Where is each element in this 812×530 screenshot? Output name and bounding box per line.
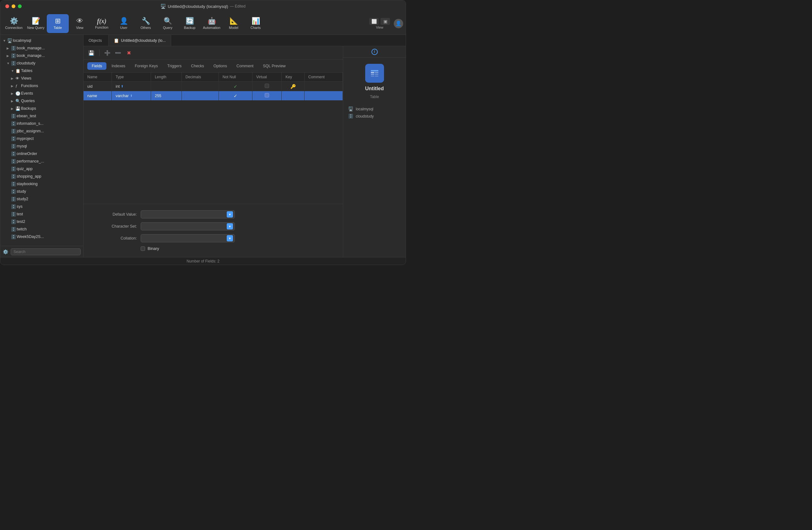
views-icon: 👁	[15, 76, 21, 81]
type-up-arrow[interactable]: ⬆	[121, 85, 124, 88]
database-icon: 🗄️	[11, 197, 17, 201]
field-virtual[interactable]	[252, 82, 282, 91]
table-row[interactable]: uid int ⬆	[84, 82, 343, 91]
save-button[interactable]: 💾	[87, 49, 96, 57]
arrow-icon: ▶	[6, 54, 11, 57]
toolbar-item-table[interactable]: ⊞ Table	[47, 14, 69, 33]
sidebar-item-myproject[interactable]: 🗄️ myproject	[0, 135, 83, 142]
sidebar-item-performance[interactable]: 🗄️ performance_...	[0, 157, 83, 165]
field-key: 🔑	[282, 82, 304, 91]
arrow-icon: ▶	[6, 46, 11, 50]
sidebar-item-onlineorder[interactable]: 🗄️ onlineOrder	[0, 150, 83, 157]
tab-editor[interactable]: 📋 Untitled@cloudstudy (lo...	[108, 35, 171, 46]
sidebar-item-jdbc-assignm[interactable]: 🗄️ jdbc_assignm...	[0, 127, 83, 135]
tab-comment[interactable]: Comment	[232, 62, 258, 70]
add-field-button[interactable]: ➕	[103, 49, 112, 57]
collation-select[interactable]	[141, 234, 235, 242]
close-button[interactable]	[5, 4, 9, 8]
character-set-row: Character Set: ▼	[96, 222, 330, 231]
statusbar: Number of Fields: 2	[0, 257, 406, 265]
field-virtual[interactable]	[252, 91, 282, 101]
field-not-null[interactable]: ✓	[219, 82, 252, 91]
sidebar-item-book-manage-2[interactable]: ▶ 🗄️ book_manage...	[0, 52, 83, 59]
user-label: User	[120, 26, 127, 30]
key-icon: 🔑	[290, 84, 296, 89]
col-length: Length	[151, 73, 182, 82]
sidebar-tree: ▼ 🖥️ localmysql ▶ 🗄️ book_manage... ▶ 🗄️…	[0, 35, 83, 246]
sidebar-item-tables[interactable]: ▼ 📋 Tables	[0, 67, 83, 74]
sidebar-item-functions[interactable]: ▶ ƒ Functions	[0, 82, 83, 89]
arrow-icon: ▶	[11, 107, 15, 110]
sidebar-item-staybooking[interactable]: 🗄️ staybooking	[0, 180, 83, 188]
type-up-arrow[interactable]: ⬆	[130, 94, 132, 97]
tab-triggers[interactable]: Triggers	[163, 62, 186, 70]
table-row[interactable]: name varchar ⬆ 255	[84, 91, 343, 101]
db-label: mysql	[17, 144, 27, 148]
field-not-null[interactable]: ✓	[219, 91, 252, 101]
toolbar-item-automation[interactable]: 🤖 Automation	[201, 14, 223, 33]
tab-sql-preview[interactable]: SQL Preview	[258, 62, 290, 70]
panel-toggle-btn[interactable]: ▣	[380, 18, 390, 25]
tab-indexes[interactable]: Indexes	[107, 62, 130, 70]
toolbar-item-others[interactable]: 🔧 Others	[135, 14, 157, 33]
sidebar-item-week5day2s[interactable]: 🗄️ Week5Day2S...	[0, 233, 83, 240]
toolbar-item-function[interactable]: f(x) Function	[91, 14, 113, 33]
tab-foreign-keys[interactable]: Foreign Keys	[130, 62, 162, 70]
sidebar-item-sys[interactable]: 🗄️ sys	[0, 203, 83, 210]
tab-options[interactable]: Options	[209, 62, 231, 70]
toolbar-item-query[interactable]: 🔍 Query	[157, 14, 179, 33]
new-query-icon: 📝	[32, 18, 40, 25]
sidebar-item-backups[interactable]: ▶ 💾 Backups	[0, 105, 83, 112]
collation-row: Collation: ▼	[96, 234, 330, 242]
default-value-wrapper: ▼	[141, 210, 235, 219]
db-label: test	[17, 212, 23, 216]
sidebar-item-quiz-app[interactable]: 🗄️ quiz_app	[0, 165, 83, 172]
sidebar-toggle-btn[interactable]: ⬜	[369, 18, 379, 25]
toolbar-item-user[interactable]: 👤 User	[113, 14, 135, 33]
tab-checks[interactable]: Checks	[187, 62, 208, 70]
sidebar-item-views[interactable]: ▶ 👁 Views	[0, 74, 83, 82]
toolbar-item-connection[interactable]: ⚙️ Connection	[3, 14, 25, 33]
sidebar-item-queries[interactable]: ▶ 🔍 Queries	[0, 97, 83, 105]
binary-checkbox[interactable]	[141, 247, 145, 251]
sidebar-item-cloudstudy[interactable]: ▼ 🗄️ cloudstudy	[0, 59, 83, 67]
sidebar-item-shopping-app[interactable]: 🗄️ shopping_app	[0, 172, 83, 180]
toolbar-item-view[interactable]: 👁 View	[69, 14, 91, 33]
tab-objects[interactable]: Objects	[84, 35, 108, 46]
sidebar-item-mysql[interactable]: 🗄️ mysql	[0, 142, 83, 150]
db-label: study2	[17, 197, 28, 201]
toolbar-item-new-query[interactable]: 📝 New Query	[25, 14, 47, 33]
database-icon: 🗄️	[11, 114, 17, 118]
check-icon: ✓	[234, 84, 237, 89]
sidebar-item-localmysql[interactable]: ▼ 🖥️ localmysql	[0, 37, 83, 44]
maximize-button[interactable]	[18, 4, 22, 8]
toolbar-item-backup[interactable]: 🔄 Backup	[179, 14, 201, 33]
character-set-select[interactable]	[141, 222, 235, 231]
sidebar-item-test[interactable]: 🗄️ test	[0, 210, 83, 218]
minimize-button[interactable]	[12, 4, 15, 8]
others-icon: 🔧	[142, 18, 150, 25]
sidebar-item-study2[interactable]: 🗄️ study2	[0, 195, 83, 203]
database-active-icon: 🗄️	[11, 61, 17, 66]
toolbar-item-charts[interactable]: 📊 Charts	[245, 14, 266, 33]
query-label: Query	[163, 26, 172, 30]
toolbar-item-model[interactable]: 📐 Model	[223, 14, 245, 33]
sidebar-item-book-manage-1[interactable]: ▶ 🗄️ book_manage...	[0, 44, 83, 52]
tab-fields[interactable]: Fields	[87, 62, 106, 70]
db-label: sys	[17, 204, 23, 209]
sidebar-item-information-s[interactable]: 🗄️ information_s...	[0, 120, 83, 127]
search-input[interactable]	[11, 248, 81, 255]
settings-icon[interactable]: ⚙️	[3, 249, 8, 254]
db-label: twitch	[17, 227, 27, 232]
sidebar-item-study[interactable]: 🗄️ study	[0, 188, 83, 195]
sidebar-item-ebean-test[interactable]: 🗄️ ebean_test	[0, 112, 83, 120]
info-icon[interactable]: i	[372, 49, 378, 55]
sidebar-item-test2[interactable]: 🗄️ test2	[0, 218, 83, 225]
remove-all-button[interactable]: ✖	[125, 49, 133, 57]
remove-field-button[interactable]: ➖	[114, 49, 122, 57]
tab-checks-label: Checks	[191, 64, 204, 68]
sidebar-item-events[interactable]: ▶ 🕐 Events	[0, 89, 83, 97]
sidebar-item-twitch[interactable]: 🗄️ twitch	[0, 225, 83, 233]
user-avatar[interactable]: 👤	[394, 19, 403, 28]
default-value-select[interactable]	[141, 210, 235, 219]
